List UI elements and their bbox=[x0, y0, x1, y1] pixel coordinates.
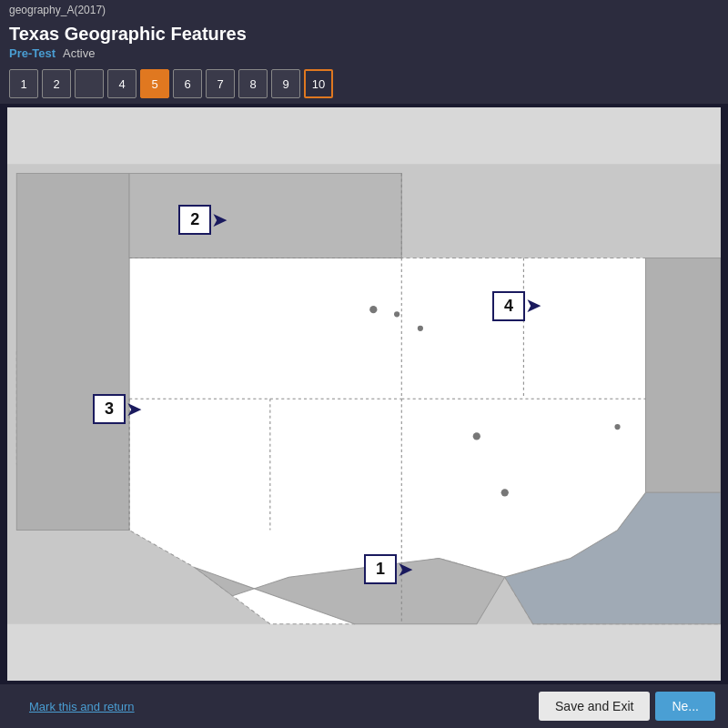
page-title: Texas Geographic Features bbox=[9, 24, 719, 45]
map-label-4: 4 ➤ bbox=[492, 291, 541, 321]
footer-buttons: Save and Exit Ne... bbox=[539, 692, 715, 721]
nav-btn-1[interactable]: 1 bbox=[9, 69, 38, 98]
pre-test-label: Pre-Test bbox=[9, 46, 56, 60]
nav-btn-7[interactable]: 7 bbox=[206, 69, 235, 98]
map-label-1: 1 ➤ bbox=[364, 554, 413, 584]
next-button[interactable]: Ne... bbox=[655, 692, 715, 721]
nav-btn-5[interactable]: 5 bbox=[140, 69, 169, 98]
map-container: 2 ➤ 3 ➤ 4 ➤ 1 ➤ bbox=[7, 107, 721, 681]
nav-btn-9[interactable]: 9 bbox=[271, 69, 300, 98]
svg-marker-3 bbox=[129, 174, 401, 258]
label-box-3: 3 bbox=[93, 394, 126, 424]
svg-point-14 bbox=[369, 306, 377, 313]
svg-point-16 bbox=[418, 326, 423, 331]
label-box-2: 2 bbox=[178, 205, 211, 235]
map-label-2: 2 ➤ bbox=[178, 205, 228, 235]
svg-point-15 bbox=[394, 311, 399, 317]
mark-return-button[interactable]: Mark this and return bbox=[13, 693, 151, 721]
map-label-3: 3 ➤ bbox=[93, 394, 142, 424]
arrow-2: ➤ bbox=[211, 210, 228, 230]
status-label: Active bbox=[63, 46, 95, 60]
nav-btn-10[interactable]: 10 bbox=[304, 69, 333, 98]
subheader: Pre-Test Active bbox=[9, 45, 719, 62]
svg-marker-2 bbox=[16, 174, 129, 531]
arrow-3: ➤ bbox=[126, 399, 142, 420]
label-box-1: 1 bbox=[364, 554, 397, 584]
nav-btn-8[interactable]: 8 bbox=[238, 69, 268, 98]
svg-marker-4 bbox=[645, 258, 721, 492]
nav-btn-4[interactable]: 4 bbox=[107, 69, 136, 98]
footer: Mark this and return Save and Exit Ne... bbox=[0, 684, 728, 728]
question-nav: 1245678910 bbox=[0, 64, 728, 104]
svg-point-19 bbox=[501, 489, 509, 496]
nav-btn-3[interactable] bbox=[75, 69, 104, 98]
svg-point-17 bbox=[473, 432, 480, 440]
page-header: Texas Geographic Features Pre-Test Activ… bbox=[0, 20, 728, 64]
breadcrumb: geography_A(2017) bbox=[0, 0, 728, 20]
svg-point-18 bbox=[614, 424, 620, 430]
save-exit-button[interactable]: Save and Exit bbox=[539, 692, 650, 721]
arrow-1: ➤ bbox=[397, 560, 413, 580]
nav-btn-6[interactable]: 6 bbox=[173, 69, 202, 98]
label-box-4: 4 bbox=[492, 291, 525, 321]
arrow-4: ➤ bbox=[525, 296, 541, 316]
nav-btn-2[interactable]: 2 bbox=[42, 69, 71, 98]
